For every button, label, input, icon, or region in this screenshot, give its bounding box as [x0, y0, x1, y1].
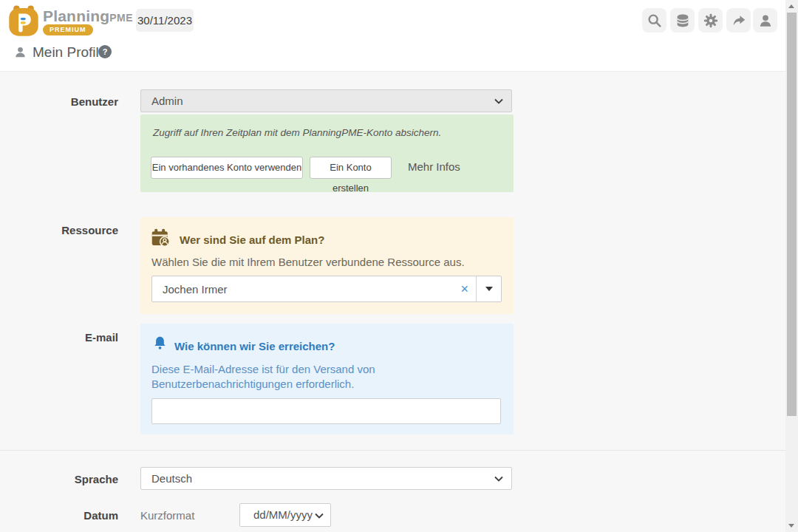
use-existing-account-button[interactable]: Ein vorhandenes Konto verwenden	[151, 157, 303, 179]
more-info-link[interactable]: Mehr Infos	[408, 160, 460, 173]
scroll-up-icon[interactable]	[788, 4, 794, 8]
share-icon	[731, 13, 747, 29]
sprache-select[interactable]: Deutsch	[140, 467, 512, 490]
ressource-dropdown-button[interactable]	[476, 276, 501, 301]
brand-name: PlanningPME	[43, 7, 133, 25]
benutzer-select-value: Admin	[151, 95, 183, 107]
datum-format-select[interactable]: dd/MM/yyyy	[239, 503, 331, 527]
account-button[interactable]	[753, 8, 777, 33]
benutzer-label: Benutzer	[0, 95, 118, 108]
settings-icon	[703, 13, 719, 29]
scroll-down-icon[interactable]	[788, 524, 794, 528]
email-label: E-mail	[0, 331, 118, 344]
user-icon	[757, 13, 774, 29]
kurzformat-label: Kurzformat	[140, 509, 194, 522]
dropdown-arrow-icon	[485, 287, 493, 291]
bell-icon	[151, 335, 168, 352]
ressource-panel-title: Wer sind Sie auf dem Plan?	[180, 233, 324, 246]
create-account-button[interactable]: Ein Konto erstellen	[310, 157, 392, 179]
chevron-down-icon	[315, 513, 324, 519]
settings-button[interactable]	[698, 8, 723, 33]
scrollbar-thumb[interactable]	[787, 13, 797, 416]
profile-person-icon	[13, 45, 27, 59]
chevron-down-icon	[494, 476, 503, 482]
ressource-panel: Wer sind Sie auf dem Plan? Wählen Sie di…	[140, 217, 514, 314]
sprache-select-value: Deutsch	[151, 472, 192, 485]
date-button[interactable]: 30/11/2023	[136, 9, 194, 32]
vertical-scrollbar[interactable]	[785, 0, 798, 532]
help-icon[interactable]: ?	[98, 45, 112, 58]
database-icon	[675, 13, 691, 29]
ressource-combobox: ×	[151, 276, 502, 302]
planningpme-app: PlanningPME PREMIUM 30/11/2023	[0, 0, 798, 532]
account-info-text: Zugriff auf Ihren Zeitplan mit dem Plann…	[153, 127, 441, 138]
calendar-user-icon	[151, 228, 171, 248]
planningpme-logo-icon[interactable]	[7, 4, 40, 37]
clear-icon[interactable]: ×	[460, 280, 468, 298]
database-button[interactable]	[670, 8, 695, 33]
datum-label: Datum	[0, 509, 118, 522]
benutzer-select[interactable]: Admin	[140, 89, 512, 112]
share-button[interactable]	[726, 8, 751, 33]
account-info-panel: Zugriff auf Ihren Zeitplan mit dem Plann…	[140, 115, 514, 192]
search-icon	[647, 13, 663, 29]
section-divider	[0, 450, 785, 451]
email-panel-description: Diese E-Mail-Adresse ist für den Versand…	[151, 362, 502, 392]
header: PlanningPME PREMIUM 30/11/2023	[0, 0, 785, 72]
email-panel: Wie können wir Sie erreichen? Diese E-Ma…	[140, 324, 514, 434]
ressource-input[interactable]	[152, 276, 437, 301]
page-title: Mein Profil	[33, 44, 99, 61]
email-input[interactable]	[151, 398, 501, 424]
ressource-panel-description: Wählen Sie die mit Ihrem Benutzer verbun…	[151, 256, 465, 268]
datum-format-value: dd/MM/yyyy	[253, 508, 313, 521]
sprache-label: Sprache	[0, 473, 118, 485]
ressource-label: Ressource	[0, 224, 118, 236]
email-panel-title: Wie können wir Sie erreichen?	[174, 340, 335, 352]
premium-badge: PREMIUM	[43, 24, 93, 35]
search-button[interactable]	[642, 8, 666, 33]
chevron-down-icon	[494, 98, 503, 104]
